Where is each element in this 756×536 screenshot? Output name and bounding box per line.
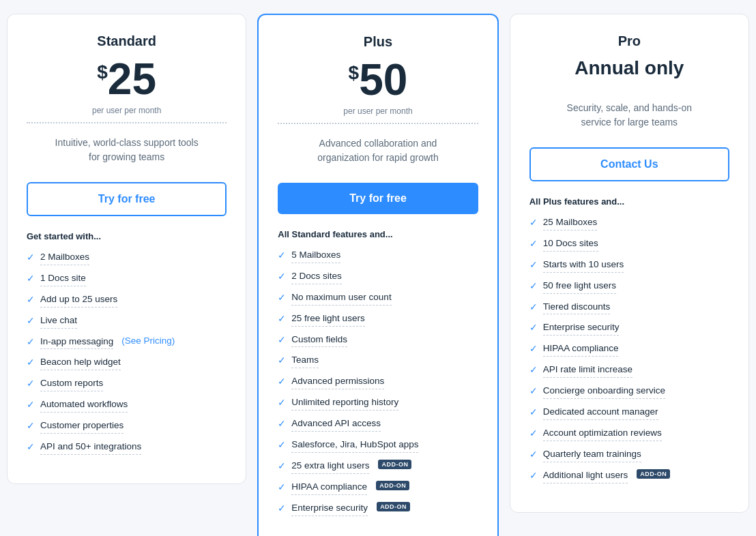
feature-text: In-app messaging (40, 336, 113, 350)
standard-plan-name: Standard (27, 33, 227, 49)
check-icon: ✓ (278, 503, 286, 513)
list-item: ✓25 Mailboxes (529, 216, 729, 230)
check-icon: ✓ (529, 470, 538, 481)
pricing-container: Standard $25 per user per month Intuitiv… (7, 14, 749, 536)
standard-period: per user per month (27, 106, 227, 123)
check-icon: ✓ (529, 406, 538, 417)
check-icon: ✓ (529, 322, 538, 333)
feature-text: Custom reports (40, 377, 103, 391)
list-item: ✓Add up to 25 users (27, 293, 227, 308)
feature-text: Teams (291, 354, 319, 368)
feature-text: Advanced permissions (291, 375, 384, 389)
list-item: ✓Custom fields (278, 333, 478, 348)
check-icon: ✓ (278, 397, 286, 408)
check-icon: ✓ (529, 449, 538, 460)
pro-plan-card: Pro Annual only Security, scale, and han… (510, 14, 749, 513)
check-icon: ✓ (27, 441, 35, 452)
plus-plan-card: Plus $50 per user per month Advanced col… (257, 14, 498, 536)
list-item: ✓In-app messaging(See Pricing) (27, 336, 227, 350)
pro-cta-button[interactable]: Contact Us (529, 147, 729, 181)
feature-text: Beacon help widget (40, 356, 121, 370)
standard-plan-price: $25 (27, 57, 227, 101)
feature-text: 2 Mailboxes (40, 251, 89, 265)
list-item: ✓Automated workflows (27, 398, 227, 413)
check-icon: ✓ (27, 252, 35, 263)
pro-price-annual: Annual only (529, 57, 729, 79)
list-item: ✓2 Mailboxes (27, 251, 227, 265)
list-item: ✓Concierge onboarding service (529, 385, 729, 399)
list-item: ✓10 Docs sites (529, 237, 729, 252)
check-icon: ✓ (278, 418, 286, 429)
check-icon: ✓ (529, 238, 538, 249)
feature-text: 1 Docs site (40, 272, 86, 286)
list-item: ✓No maximum user count (278, 291, 478, 306)
list-item: ✓Beacon help widget (27, 356, 227, 370)
feature-text: Enterprise security (543, 321, 620, 336)
check-icon: ✓ (27, 336, 35, 347)
standard-currency: $ (97, 61, 108, 83)
check-icon: ✓ (278, 376, 286, 387)
check-icon: ✓ (27, 399, 35, 410)
list-item: ✓Account optimization reviews (529, 427, 729, 441)
standard-features-heading: Get started with... (27, 231, 227, 241)
plus-features-heading: All Standard features and... (278, 229, 478, 239)
check-icon: ✓ (529, 217, 538, 228)
feature-text: API rate limit increase (543, 363, 633, 378)
list-item: ✓Enterprise security (529, 321, 729, 336)
addon-badge: ADD-ON (378, 460, 411, 469)
list-item: ✓Quarterly team trainings (529, 448, 729, 462)
check-icon: ✓ (529, 301, 538, 312)
feature-text: Additional light users (543, 469, 628, 483)
plus-plan-price: $50 (278, 58, 478, 102)
feature-text: Starts with 10 users (543, 258, 624, 273)
plus-cta-button[interactable]: Try for free (278, 183, 478, 214)
check-icon: ✓ (278, 271, 286, 282)
see-pricing-link[interactable]: (See Pricing) (121, 336, 175, 346)
list-item: ✓Starts with 10 users (529, 258, 729, 273)
check-icon: ✓ (27, 294, 35, 305)
check-icon: ✓ (27, 315, 35, 326)
feature-text: Tiered discounts (543, 301, 611, 315)
check-icon: ✓ (278, 250, 286, 260)
feature-text: Quarterly team trainings (543, 448, 641, 462)
check-icon: ✓ (27, 378, 35, 389)
list-item: ✓Live chat (27, 314, 227, 329)
standard-desc: Intuitive, world-class support toolsfor … (27, 136, 227, 168)
list-item: ✓Enterprise securityADD-ON (278, 502, 478, 516)
list-item: ✓25 extra light usersADD-ON (278, 460, 478, 474)
list-item: ✓25 free light users (278, 312, 478, 327)
check-icon: ✓ (529, 428, 538, 438)
list-item: ✓Additional light usersADD-ON (529, 469, 729, 483)
pro-desc: Security, scale, and hands-onservice for… (529, 101, 729, 134)
plus-currency: $ (349, 62, 360, 83)
feature-text: Automated workflows (40, 398, 128, 413)
list-item: ✓Teams (278, 354, 478, 368)
list-item: ✓Tiered discounts (529, 301, 729, 315)
pro-features-heading: All Plus features and... (529, 196, 729, 207)
plus-amount: 50 (359, 55, 407, 104)
list-item: ✓Custom reports (27, 377, 227, 391)
list-item: ✓Unlimited reporting history (278, 396, 478, 411)
feature-text: 25 Mailboxes (543, 216, 598, 230)
feature-text: Custom fields (291, 333, 347, 348)
check-icon: ✓ (27, 357, 35, 368)
standard-cta-button[interactable]: Try for free (27, 182, 227, 216)
feature-text: Concierge onboarding service (543, 385, 665, 399)
addon-badge: ADD-ON (377, 502, 410, 511)
check-icon: ✓ (529, 259, 538, 270)
list-item: ✓Advanced API access (278, 417, 478, 432)
addon-badge: ADD-ON (376, 481, 409, 490)
plus-feature-list: ✓5 Mailboxes ✓2 Docs sites ✓No maximum u… (278, 249, 478, 516)
feature-text: Unlimited reporting history (291, 396, 398, 411)
check-icon: ✓ (278, 313, 286, 324)
feature-text: Customer properties (40, 419, 123, 434)
check-icon: ✓ (278, 439, 286, 450)
check-icon: ✓ (529, 343, 538, 354)
feature-text: Account optimization reviews (543, 427, 662, 441)
check-icon: ✓ (278, 292, 286, 303)
check-icon: ✓ (529, 364, 538, 375)
list-item: ✓Salesforce, Jira, HubSpot apps (278, 438, 478, 453)
pro-plan-name: Pro (529, 33, 729, 49)
feature-text: 25 free light users (291, 312, 364, 327)
feature-text: Add up to 25 users (40, 293, 117, 308)
